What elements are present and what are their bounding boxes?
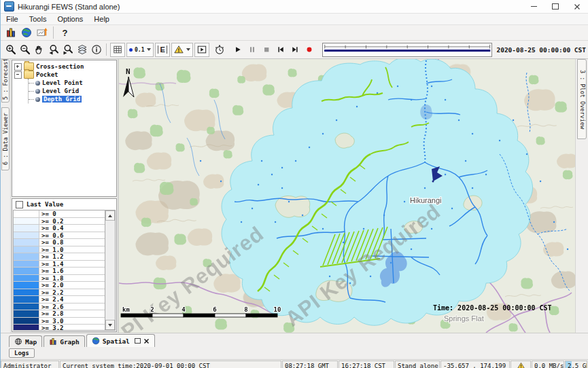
status-warning-cell[interactable] bbox=[511, 361, 531, 368]
menu-help[interactable]: Help bbox=[88, 14, 115, 24]
menu-file[interactable]: File bbox=[1, 14, 24, 24]
time-slider[interactable] bbox=[322, 43, 493, 57]
tree-item-depth-grid[interactable]: Depth Grid bbox=[29, 95, 116, 103]
zoom-out-button[interactable] bbox=[18, 43, 32, 56]
tree-item-pocket[interactable]: Pocket bbox=[14, 71, 116, 79]
skip-to-start-icon bbox=[277, 45, 285, 54]
collapse-icon[interactable] bbox=[14, 71, 22, 79]
help-button[interactable]: ? bbox=[58, 26, 72, 39]
legend-row[interactable]: >= 2.2 bbox=[14, 289, 105, 297]
right-tab-strip: 3 : Plot Overview bbox=[575, 59, 588, 333]
layer-tree: Cross-section Pocket Level Point Level G… bbox=[12, 60, 117, 197]
legend-color-swatch bbox=[14, 218, 39, 225]
pan-button[interactable] bbox=[32, 43, 46, 56]
legend-row[interactable]: >= 0.4 bbox=[14, 225, 105, 232]
logs-tab[interactable]: Logs bbox=[9, 348, 35, 358]
scroll-down-button[interactable] bbox=[105, 320, 115, 330]
explorer-button[interactable] bbox=[3, 26, 18, 39]
record-button[interactable] bbox=[302, 43, 317, 56]
tree-item-label: Cross-section bbox=[36, 63, 84, 70]
stopwatch-icon bbox=[214, 44, 225, 55]
menu-options[interactable]: Options bbox=[52, 14, 88, 24]
legend-color-swatch bbox=[14, 318, 39, 325]
legend-row-label: >= 1.4 bbox=[39, 261, 64, 268]
tree-item-level-point[interactable]: Level Point bbox=[29, 79, 116, 87]
map-view[interactable]: API Key Required API Key Required Hikura… bbox=[119, 59, 575, 333]
zoom-previous-button[interactable] bbox=[46, 43, 60, 56]
labels-tool-glyph: E bbox=[158, 45, 167, 54]
application-window: { "window": { "title": "Hikurangi FEWS (… bbox=[0, 0, 588, 368]
stop-button[interactable] bbox=[260, 43, 274, 56]
legend-scrollbar[interactable] bbox=[105, 210, 115, 330]
minimize-button[interactable] bbox=[523, 0, 544, 13]
animation-dialog-button[interactable] bbox=[194, 43, 209, 57]
globe-icon bbox=[21, 27, 32, 38]
maximize-button[interactable] bbox=[544, 0, 566, 13]
close-button[interactable] bbox=[566, 0, 588, 13]
scroll-up-button[interactable] bbox=[105, 210, 115, 221]
tab-spatial-label: Spatial bbox=[103, 337, 130, 345]
tree-item-level-grid[interactable]: Level Grid bbox=[29, 87, 116, 95]
last-value-checkbox[interactable] bbox=[16, 201, 23, 208]
tab-plot-overview[interactable]: 3 : Plot Overview bbox=[577, 59, 587, 139]
tab-spatial[interactable]: Spatial bbox=[86, 334, 155, 347]
zoom-in-button[interactable] bbox=[3, 43, 18, 56]
layers-icon bbox=[77, 44, 88, 55]
legend-row[interactable]: >= 1.8 bbox=[14, 275, 105, 282]
expand-icon[interactable] bbox=[14, 63, 22, 71]
warnings-dropdown[interactable] bbox=[171, 43, 193, 57]
timeseries-button[interactable] bbox=[35, 26, 49, 39]
north-label: N bbox=[126, 67, 131, 76]
tree-item-label: Pocket bbox=[36, 71, 58, 78]
legend-row[interactable]: >= 3.2 bbox=[14, 325, 105, 330]
legend-row[interactable]: >= 2.0 bbox=[14, 282, 105, 289]
close-tab-icon[interactable] bbox=[143, 338, 150, 344]
legend-color-swatch bbox=[14, 239, 39, 246]
legend-table: >= 0 >= 0.2 >= 0.4 >= 0.6 >= 0.8 >= 1.0 … bbox=[13, 210, 116, 331]
pause-icon bbox=[248, 45, 256, 54]
legend-row[interactable]: >= 1.0 bbox=[14, 246, 105, 254]
legend-row[interactable]: >= 2.4 bbox=[14, 296, 105, 303]
tab-data-viewer[interactable]: 6 : Data Viewer bbox=[1, 107, 10, 170]
class-breaks-dropdown[interactable]: 0.1 bbox=[126, 43, 154, 57]
legend-row[interactable]: >= 0.2 bbox=[14, 218, 105, 225]
legend-row[interactable]: >= 0 bbox=[14, 210, 105, 218]
legend-header: Last Value bbox=[12, 199, 116, 210]
legend-row[interactable]: >= 1.4 bbox=[14, 261, 105, 268]
zoom-next-button[interactable] bbox=[60, 43, 75, 56]
tab-graph[interactable]: Graph bbox=[44, 335, 85, 347]
animation-timer-button[interactable] bbox=[213, 43, 227, 56]
legend-color-swatch bbox=[14, 310, 39, 317]
legend-row[interactable]: >= 2.8 bbox=[14, 310, 105, 318]
float-panel-icon[interactable] bbox=[135, 338, 141, 344]
step-back-button[interactable] bbox=[274, 43, 288, 56]
legend-row[interactable]: >= 0.6 bbox=[14, 232, 105, 240]
scale-tick: 4 bbox=[181, 306, 186, 313]
tab-map[interactable]: Map bbox=[9, 335, 42, 347]
labels-toggle-button[interactable]: E bbox=[155, 43, 169, 57]
tree-item-cross-section[interactable]: Cross-section bbox=[14, 62, 116, 71]
grid-toggle-button[interactable] bbox=[110, 43, 125, 57]
legend-row[interactable]: >= 0.8 bbox=[14, 239, 105, 246]
zoom-next-icon bbox=[63, 44, 73, 55]
legend-row[interactable]: >= 1.6 bbox=[14, 268, 105, 275]
legend-row[interactable]: >= 1.2 bbox=[14, 253, 105, 261]
tab-forecast[interactable]: 5 : Forecast bbox=[1, 59, 10, 103]
legend-row[interactable]: >= 3.0 bbox=[14, 318, 105, 325]
pause-button[interactable] bbox=[245, 43, 260, 56]
layers-button[interactable] bbox=[75, 43, 89, 56]
legend-row[interactable]: >= 2.6 bbox=[14, 303, 105, 311]
tree-children: Level Point Level Grid Depth Grid bbox=[28, 79, 116, 103]
legend-color-swatch bbox=[14, 232, 39, 239]
legend-color-swatch bbox=[14, 289, 39, 296]
menu-tools[interactable]: Tools bbox=[24, 14, 52, 24]
play-button[interactable] bbox=[231, 43, 245, 56]
skip-to-end-icon bbox=[291, 45, 299, 54]
map-display-button[interactable] bbox=[19, 26, 33, 39]
chevron-down-icon bbox=[147, 48, 151, 51]
info-button[interactable] bbox=[89, 43, 103, 56]
main-area: 5 : Forecast 6 : Data Viewer Cross-secti… bbox=[1, 59, 588, 333]
step-forward-button[interactable] bbox=[288, 43, 302, 56]
time-slider-range-bar[interactable] bbox=[324, 49, 490, 51]
class-breaks-value: 0.1 bbox=[135, 47, 144, 53]
